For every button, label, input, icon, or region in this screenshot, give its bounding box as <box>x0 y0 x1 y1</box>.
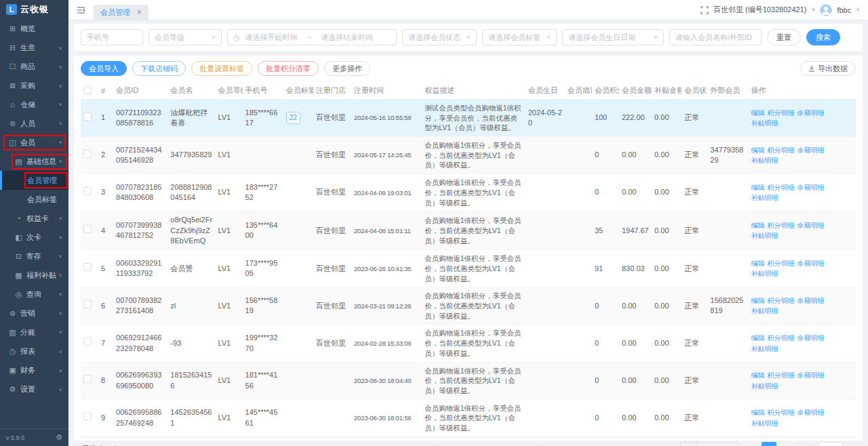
toolbar-button-2[interactable]: 批量设置标签 <box>191 61 252 76</box>
op-link-0[interactable]: 编辑 <box>751 109 764 117</box>
op-link-3[interactable]: 补贴明细 <box>751 119 778 127</box>
member-tag-select[interactable]: 请选择会员标签 ∨ <box>482 29 557 45</box>
page-size-select[interactable]: 20条/页 ∨ <box>680 442 738 446</box>
op-link-3[interactable]: 补贴明细 <box>751 232 778 239</box>
export-data-button[interactable]: 导出数据 <box>800 61 856 76</box>
op-link-3[interactable]: 补贴明细 <box>751 157 778 164</box>
op-link-2[interactable]: 余额明细 <box>797 260 824 267</box>
op-link-1[interactable]: 积分明细 <box>767 184 794 191</box>
collapse-sidebar-icon[interactable] <box>77 6 85 14</box>
sidebar-item-active-8[interactable]: 会员管理 <box>0 171 68 190</box>
sidebar-item-label: 人员 <box>20 119 35 129</box>
tab-label: 会员管理 <box>100 7 130 18</box>
op-link-3[interactable]: 补贴明细 <box>751 307 778 315</box>
sidebar-item-7[interactable]: ▤基础信息∧ <box>0 152 68 171</box>
sidebar-item-17[interactable]: ◷报表∨ <box>0 342 68 361</box>
row-checkbox[interactable] <box>83 150 92 158</box>
row-checkbox[interactable] <box>83 338 92 346</box>
sidebar-item-16[interactable]: ▥分账∨ <box>0 323 68 342</box>
op-link-2[interactable]: 余额明细 <box>797 184 824 191</box>
sidebar-item-5[interactable]: ⊚人员∨ <box>0 114 68 133</box>
op-link-0[interactable]: 编辑 <box>751 371 764 379</box>
cell-name: 3477935829 <box>167 137 215 174</box>
register-time-range-picker[interactable]: ◷ 请选择开始时间 ~ 请选择结束时间 <box>227 29 397 45</box>
cell-time: 2023-08-30 18:01:56 <box>351 399 422 437</box>
sidebar-item-13[interactable]: ▦福利补贴∨ <box>0 266 68 285</box>
row-checkbox[interactable] <box>83 263 92 271</box>
avatar[interactable] <box>820 4 832 16</box>
toolbar-button-1[interactable]: 下载店铺码 <box>132 61 186 76</box>
cell-level: LV1 <box>215 325 242 362</box>
op-link-3[interactable]: 补贴明细 <box>751 420 778 427</box>
sidebar-item-19[interactable]: ⚙设置∨ <box>0 380 68 399</box>
row-checkbox[interactable] <box>83 113 92 121</box>
op-link-1[interactable]: 积分明细 <box>767 260 794 267</box>
user-menu[interactable]: fbbc <box>837 6 851 14</box>
sidebar-item-2[interactable]: ☐商品∨ <box>0 57 68 76</box>
toolbar-button-0[interactable]: 会员导入 <box>81 61 127 76</box>
op-link-3[interactable]: 补贴明细 <box>751 194 778 201</box>
op-link-1[interactable]: 积分明细 <box>767 146 794 154</box>
cell-status: 正常 <box>682 325 707 362</box>
op-link-2[interactable]: 余额明细 <box>797 146 824 154</box>
next-page-button[interactable]: › <box>781 442 795 446</box>
sidebar-item-1[interactable]: ⊟生意∨ <box>0 38 68 57</box>
op-link-1[interactable]: 积分明细 <box>767 334 794 342</box>
op-link-0[interactable]: 编辑 <box>751 334 764 342</box>
reset-button[interactable]: 重置 <box>767 29 801 45</box>
row-checkbox[interactable] <box>83 412 92 420</box>
search-button[interactable]: 搜索 <box>806 29 840 45</box>
row-checkbox[interactable] <box>83 300 92 308</box>
member-name-input[interactable] <box>669 29 762 45</box>
op-link-3[interactable]: 补贴明细 <box>751 345 778 352</box>
row-checkbox[interactable] <box>83 187 92 195</box>
sidebar-item-10[interactable]: ◔权益卡∨ <box>0 209 68 228</box>
member-birthday-select[interactable]: 请选择会员生日日期 ∨ <box>562 29 664 45</box>
fullscreen-icon[interactable] <box>701 6 709 14</box>
op-link-2[interactable]: 余额明细 <box>797 222 824 229</box>
tab-member-management[interactable]: 会员管理 × <box>94 5 149 20</box>
select-all-checkbox[interactable] <box>83 86 92 94</box>
goto-page-input[interactable] <box>818 442 843 446</box>
op-link-1[interactable]: 积分明细 <box>767 297 794 304</box>
current-page-button[interactable]: 1 <box>762 442 776 446</box>
op-link-0[interactable]: 编辑 <box>751 222 764 229</box>
op-link-3[interactable]: 补贴明细 <box>751 382 778 390</box>
op-link-1[interactable]: 积分明细 <box>767 222 794 229</box>
toolbar-button-4[interactable]: 更多操作 <box>324 61 370 76</box>
phone-input[interactable] <box>81 29 143 45</box>
op-link-2[interactable]: 余额明细 <box>797 334 824 342</box>
prev-page-button[interactable]: ‹ <box>743 442 757 446</box>
op-link-2[interactable]: 余额明细 <box>797 409 824 416</box>
op-link-0[interactable]: 编辑 <box>751 146 764 154</box>
op-link-2[interactable]: 余额明细 <box>797 109 824 117</box>
row-checkbox[interactable] <box>83 375 92 383</box>
sidebar-item-14[interactable]: ◎查询∨ <box>0 285 68 304</box>
sidebar-item-15[interactable]: ⊛营销∨ <box>0 304 68 323</box>
sidebar-item-11[interactable]: ◧次卡∨ <box>0 228 68 247</box>
op-link-0[interactable]: 编辑 <box>751 297 764 304</box>
op-link-2[interactable]: 余额明细 <box>797 297 824 304</box>
member-level-select[interactable]: 会员等级 ∨ <box>149 29 222 45</box>
op-link-1[interactable]: 积分明细 <box>767 371 794 379</box>
settings-gear-icon[interactable]: ⚙ <box>56 433 62 442</box>
sidebar-item-3[interactable]: ⊠采购∨ <box>0 76 68 95</box>
sidebar-item-12[interactable]: ⊡寄存∨ <box>0 247 68 266</box>
toolbar-button-3[interactable]: 批量积分清零 <box>258 61 319 76</box>
close-icon[interactable]: × <box>137 7 142 17</box>
sidebar-item-4[interactable]: ⌂仓储∨ <box>0 95 68 114</box>
member-status-select[interactable]: 请选择会员状态 ∨ <box>402 29 477 45</box>
sidebar-item-9[interactable]: 会员标签 <box>0 190 68 209</box>
sidebar-item-18[interactable]: ▣财务∨ <box>0 361 68 380</box>
op-link-0[interactable]: 编辑 <box>751 184 764 191</box>
sidebar-item-6[interactable]: ◫会员∧ <box>0 133 68 152</box>
op-link-0[interactable]: 编辑 <box>751 409 764 416</box>
op-link-2[interactable]: 余额明细 <box>797 371 824 379</box>
sidebar-item-0[interactable]: ⊞概览 <box>0 19 68 38</box>
op-link-3[interactable]: 补贴明细 <box>751 270 778 277</box>
op-link-0[interactable]: 编辑 <box>751 260 764 267</box>
op-link-1[interactable]: 积分明细 <box>767 109 794 117</box>
store-selector[interactable]: 百世邻里 (编号1032802421) <box>713 5 807 15</box>
op-link-1[interactable]: 积分明细 <box>767 409 794 416</box>
row-checkbox[interactable] <box>83 225 92 233</box>
